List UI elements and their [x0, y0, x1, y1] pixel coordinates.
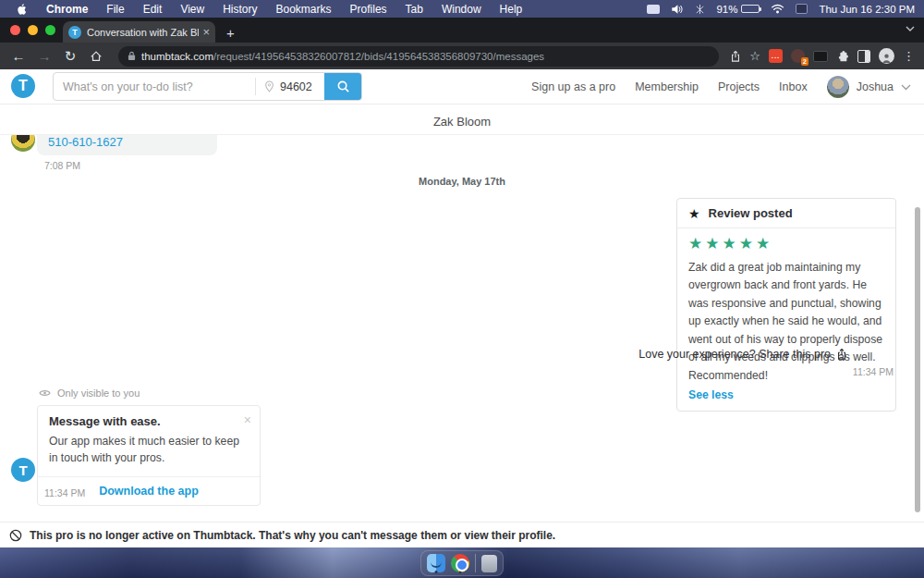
promo-close-icon[interactable]: × [244, 412, 251, 427]
zip-code-input[interactable] [276, 80, 324, 93]
lock-icon[interactable] [128, 51, 136, 61]
tab-favicon: T [68, 26, 81, 39]
macos-menubar: Chrome File Edit View History Bookmarks … [0, 0, 924, 18]
display-icon[interactable] [796, 4, 808, 14]
nav-projects[interactable]: Projects [718, 80, 760, 93]
new-tab-button[interactable]: + [226, 25, 235, 41]
reload-button[interactable]: ↻ [59, 45, 81, 68]
share-pro-prompt[interactable]: Love your experience? Share this pro [638, 348, 847, 361]
apple-icon[interactable] [17, 3, 28, 16]
desktop-wallpaper [0, 547, 924, 578]
menu-view[interactable]: View [171, 3, 213, 16]
chevron-down-icon [901, 84, 911, 91]
keyboard-icon[interactable] [647, 5, 660, 14]
promo-timestamp: 11:34 PM [44, 487, 85, 498]
tab-title: Conversation with Zak Bloom [87, 27, 199, 38]
customer-avatar [11, 134, 35, 152]
close-window-button[interactable] [10, 25, 20, 35]
tab-close-icon[interactable]: × [202, 25, 210, 39]
minimize-window-button[interactable] [28, 25, 38, 35]
trash-icon[interactable] [481, 555, 497, 572]
promo-body: Our app makes it much easier to keep in … [49, 433, 249, 467]
only-visible-note: Only visible to you [39, 387, 140, 399]
menu-edit[interactable]: Edit [134, 3, 172, 16]
scrollbar-thumb[interactable] [915, 207, 920, 512]
home-button[interactable] [85, 45, 107, 68]
chrome-toolbar: ← → ↻ thumbtack.com/request/419564538326… [0, 43, 924, 69]
browser-menu-icon[interactable]: ⋮ [903, 49, 915, 63]
url-path: /request/419564538326007812/bids/4195645… [213, 51, 544, 62]
menu-file[interactable]: File [97, 3, 133, 16]
menu-tab[interactable]: Tab [396, 3, 432, 16]
extension-badged-icon[interactable]: 2 [791, 49, 805, 63]
message-timestamp: 7:08 PM [44, 160, 80, 171]
address-bar[interactable]: thumbtack.com/request/419564538326007812… [118, 46, 719, 67]
inactive-pro-banner: This pro is no longer active on Thumbtac… [0, 522, 924, 547]
search-button[interactable] [324, 72, 361, 101]
bookmark-star-icon[interactable]: ☆ [749, 49, 760, 63]
tab-search-chevron-icon[interactable] [906, 26, 915, 31]
user-menu[interactable]: Joshua [827, 76, 911, 98]
wifi-icon[interactable] [771, 4, 784, 14]
zoom-window-button[interactable] [45, 25, 55, 35]
review-card-body: ★★★★★ Zak did a great job maintaining my… [677, 228, 895, 411]
eye-icon [39, 388, 51, 398]
battery-icon [741, 5, 760, 13]
user-name: Joshua [857, 80, 894, 93]
battery-percent: 91% [716, 4, 737, 15]
review-posted-label: Review posted [709, 206, 793, 220]
volume-icon[interactable] [671, 4, 684, 15]
review-card-header: ★ Review posted [677, 199, 895, 228]
extension-adblock-icon[interactable]: ... [769, 49, 783, 63]
menu-profiles[interactable]: Profiles [341, 3, 396, 16]
screen: Chrome File Edit View History Bookmarks … [0, 0, 924, 578]
share-page-icon[interactable] [730, 50, 741, 63]
share-prompt-text: Love your experience? Share this pro [638, 348, 831, 361]
dock [420, 550, 504, 576]
review-timestamp: 11:34 PM [853, 366, 894, 377]
search-input[interactable] [54, 80, 255, 93]
phone-number-link[interactable]: 510-610-1627 [48, 135, 123, 149]
back-button[interactable]: ← [7, 45, 30, 68]
conversation-thread: 510-610-1627 7:08 PM Monday, May 17th ★ … [0, 134, 924, 522]
side-panel-icon[interactable] [857, 50, 870, 63]
extension-dark-icon[interactable] [813, 51, 828, 62]
menu-help[interactable]: Help [491, 3, 532, 16]
see-less-link[interactable]: See less [688, 388, 884, 401]
nav-sign-up-as-pro[interactable]: Sign up as a pro [531, 80, 615, 93]
location-pin-icon [264, 80, 274, 92]
thumbtack-page: T Sign up as a pro Membership Projects I… [0, 69, 924, 547]
url-domain: thumbtack.com [141, 51, 213, 62]
battery-status[interactable]: 91% [716, 4, 760, 15]
extensions-puzzle-icon[interactable] [836, 50, 849, 63]
menu-chrome[interactable]: Chrome [37, 3, 97, 16]
dock-divider [475, 554, 476, 572]
review-card: ★ Review posted ★★★★★ Zak did a great jo… [676, 198, 896, 412]
bluetooth-icon[interactable] [695, 4, 705, 15]
finder-icon[interactable] [427, 554, 445, 572]
nav-inbox[interactable]: Inbox [779, 80, 808, 93]
header-nav: Sign up as a pro Membership Projects Inb… [531, 69, 911, 105]
menu-window[interactable]: Window [432, 3, 491, 16]
inactive-pro-text: This pro is no longer active on Thumbtac… [30, 529, 555, 542]
thumbtack-logo[interactable]: T [11, 74, 35, 98]
menubar-clock[interactable]: Thu Jun 16 2:30 PM [819, 4, 915, 15]
search-bar [53, 72, 362, 101]
forward-button[interactable]: → [33, 45, 55, 68]
chrome-tab-strip: T Conversation with Zak Bloom × + [0, 18, 924, 43]
thumbtack-system-avatar: T [11, 458, 35, 482]
nav-membership[interactable]: Membership [635, 80, 699, 93]
promo-title: Message with ease. [49, 414, 249, 428]
menu-bookmarks[interactable]: Bookmarks [267, 3, 341, 16]
five-star-rating: ★★★★★ [688, 236, 884, 253]
share-icon[interactable] [836, 348, 847, 361]
user-avatar [827, 76, 849, 98]
chrome-dock-icon[interactable] [451, 554, 469, 572]
review-star-icon: ★ [688, 207, 700, 220]
site-header: T Sign up as a pro Membership Projects I… [0, 69, 924, 105]
search-divider [255, 78, 256, 95]
menu-history[interactable]: History [213, 3, 266, 16]
browser-tab[interactable]: T Conversation with Zak Bloom × [63, 21, 215, 43]
browser-profile-avatar[interactable] [879, 48, 894, 64]
prohibited-icon [9, 529, 22, 542]
